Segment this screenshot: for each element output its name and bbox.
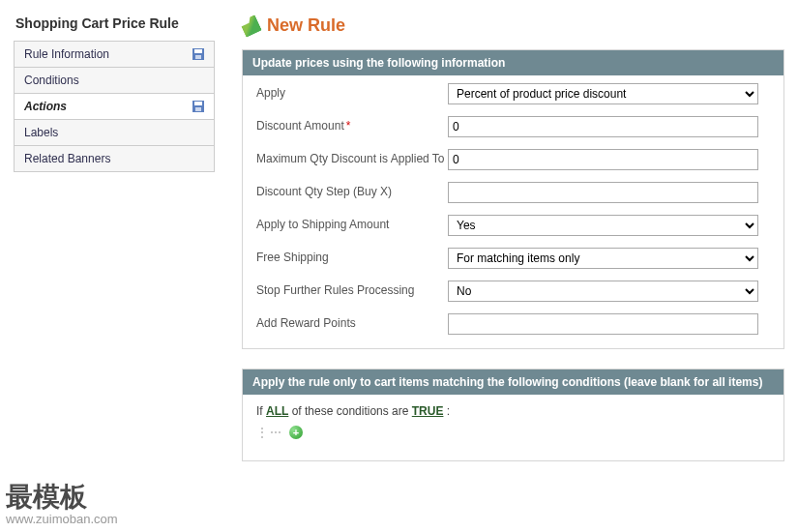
tab-related-banners[interactable]: Related Banners <box>15 146 214 172</box>
tab-rule-information[interactable]: Rule Information <box>15 42 214 68</box>
tab-label: Labels <box>24 126 58 139</box>
watermark: 最模板 www.zuimoban.com <box>6 479 118 526</box>
reward-points-label: Add Reward Points <box>256 313 448 332</box>
tab-label: Related Banners <box>24 152 110 165</box>
max-qty-input[interactable] <box>448 149 758 170</box>
fieldset-legend: Update prices using the following inform… <box>243 50 783 75</box>
tag-icon <box>239 15 262 38</box>
svg-rect-4 <box>194 102 202 105</box>
apply-label: Apply <box>256 83 448 102</box>
condition-aggregator-all[interactable]: ALL <box>266 404 288 418</box>
qty-step-input[interactable] <box>448 182 758 203</box>
discount-amount-input[interactable] <box>448 116 758 137</box>
apply-select[interactable]: Percent of product price discount <box>448 83 758 104</box>
stop-rules-label: Stop Further Rules Processing <box>256 281 448 299</box>
fieldset-update-prices: Update prices using the following inform… <box>242 49 784 349</box>
svg-rect-2 <box>195 55 201 59</box>
condition-aggregator-value[interactable]: TRUE <box>412 404 444 418</box>
fieldset-legend: Apply the rule only to cart items matchi… <box>243 369 783 395</box>
apply-shipping-label: Apply to Shipping Amount <box>256 215 448 233</box>
tab-labels[interactable]: Labels <box>15 120 214 146</box>
discount-amount-label: Discount Amount* <box>256 116 448 134</box>
page-title: New Rule <box>267 15 345 36</box>
save-icon <box>192 101 204 112</box>
tab-label: Rule Information <box>24 47 109 61</box>
qty-step-label: Discount Qty Step (Buy X) <box>256 182 448 200</box>
free-shipping-label: Free Shipping <box>256 248 448 266</box>
add-condition-button[interactable]: + <box>289 426 303 439</box>
sidebar-tabs: Rule Information Conditions Actions Labe… <box>14 41 215 172</box>
tab-label: Actions <box>24 100 67 113</box>
tab-label: Conditions <box>24 74 79 87</box>
condition-aggregator-text: If ALL of these conditions are TRUE : <box>256 404 770 418</box>
tree-connector: ⋮⋯ <box>256 426 283 439</box>
max-qty-label: Maximum Qty Discount is Applied To <box>256 149 448 167</box>
stop-rules-select[interactable]: No <box>448 281 758 302</box>
svg-rect-5 <box>195 107 201 111</box>
apply-shipping-select[interactable]: Yes <box>448 215 758 236</box>
free-shipping-select[interactable]: For matching items only <box>448 248 758 269</box>
tab-conditions[interactable]: Conditions <box>15 68 214 94</box>
save-icon <box>192 48 204 60</box>
reward-points-input[interactable] <box>448 313 758 335</box>
page-title-row: New Rule <box>242 15 784 36</box>
fieldset-conditions: Apply the rule only to cart items matchi… <box>242 369 784 461</box>
svg-rect-1 <box>194 49 202 53</box>
sidebar-title: Shopping Cart Price Rule <box>14 12 215 35</box>
tab-actions[interactable]: Actions <box>15 94 214 120</box>
